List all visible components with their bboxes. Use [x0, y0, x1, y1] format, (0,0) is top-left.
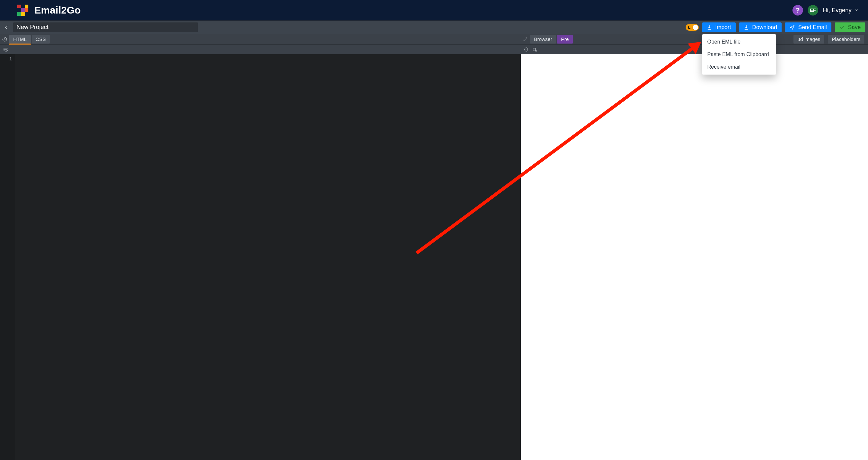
refresh-icon: [524, 47, 529, 52]
refresh-preview-button[interactable]: [522, 46, 531, 53]
import-label: Import: [715, 24, 731, 31]
tab-html-label: HTML: [13, 36, 27, 42]
save-label: Save: [848, 24, 861, 31]
brand-name: Email2Go: [34, 5, 81, 16]
user-menu[interactable]: Hi, Evgeny: [823, 7, 859, 14]
gutter-line-number: 1: [0, 56, 12, 61]
menu-label-paste-eml: Paste EML from Clipboard: [707, 52, 769, 57]
expand-button[interactable]: [521, 37, 530, 41]
moon-icon: [687, 25, 691, 29]
user-avatar[interactable]: EF: [808, 5, 818, 16]
download-label: Download: [752, 24, 777, 31]
tab-pre[interactable]: Pre: [557, 35, 572, 44]
editor-content[interactable]: [15, 54, 521, 460]
editor-thin-toolbar: [0, 44, 521, 54]
menu-item-open-eml[interactable]: Open EML file: [702, 36, 776, 48]
code-editor[interactable]: 1: [0, 54, 521, 460]
header-bar: Email2Go ? EF Hi, Evgeny: [0, 0, 868, 21]
clock-history-icon: [2, 37, 7, 42]
history-button[interactable]: [0, 37, 9, 42]
import-dropdown: Open EML file Paste EML from Clipboard R…: [702, 34, 776, 75]
avatar-initials: EF: [810, 8, 816, 13]
popout-preview-button[interactable]: [531, 46, 539, 53]
preview-pane: [521, 44, 868, 460]
send-icon: [789, 25, 795, 30]
menu-item-paste-eml[interactable]: Paste EML from Clipboard: [702, 48, 776, 61]
download-icon: [744, 25, 749, 30]
preview-body: [521, 54, 868, 460]
help-button[interactable]: ?: [793, 5, 803, 16]
project-toolbar: New Project Import Download Send Emai: [0, 21, 868, 34]
tab-cloud-images-label: ud images: [798, 36, 820, 42]
tab-css[interactable]: CSS: [32, 35, 50, 44]
tab-css-label: CSS: [36, 36, 46, 42]
send-email-label: Send Email: [798, 24, 827, 31]
popout-icon: [532, 47, 537, 52]
tab-placeholders[interactable]: Placeholders: [828, 35, 864, 44]
import-button[interactable]: Import: [702, 23, 736, 32]
theme-toggle[interactable]: [686, 24, 699, 31]
download-button[interactable]: Download: [739, 23, 782, 32]
chevron-down-icon: [854, 8, 859, 12]
project-name-text: New Project: [17, 24, 49, 31]
tab-cloud-images[interactable]: ud images: [794, 35, 824, 44]
tab-browser-label: Browser: [534, 36, 552, 42]
greeting-text: Hi, Evgeny: [823, 7, 851, 14]
brand-logo-icon: [17, 5, 28, 16]
check-icon: [839, 25, 845, 30]
tab-placeholders-label: Placeholders: [832, 36, 860, 42]
upload-icon: [707, 25, 712, 30]
brand[interactable]: Email2Go: [17, 5, 81, 16]
arrow-left-icon: [3, 24, 9, 30]
project-name-input[interactable]: New Project: [13, 23, 198, 32]
menu-label-receive-email: Receive email: [707, 64, 740, 69]
save-button[interactable]: Save: [835, 23, 865, 32]
text-wrap-icon: [3, 47, 8, 52]
split-panes: 1: [0, 44, 868, 460]
menu-label-open-eml: Open EML file: [707, 39, 741, 45]
send-email-button[interactable]: Send Email: [785, 23, 831, 32]
editor-pane: 1: [0, 44, 521, 460]
preview-thin-toolbar: [521, 44, 868, 54]
editor-gutter: 1: [0, 54, 15, 460]
help-icon: ?: [796, 7, 800, 14]
expand-icon: [523, 37, 528, 41]
wrap-button[interactable]: [1, 46, 10, 53]
tab-html[interactable]: HTML: [9, 35, 31, 44]
back-button[interactable]: [3, 24, 10, 31]
tab-pre-label: Pre: [561, 36, 568, 42]
menu-item-receive-email[interactable]: Receive email: [702, 61, 776, 73]
tab-browser[interactable]: Browser: [530, 35, 556, 44]
toggle-knob: [693, 25, 698, 30]
